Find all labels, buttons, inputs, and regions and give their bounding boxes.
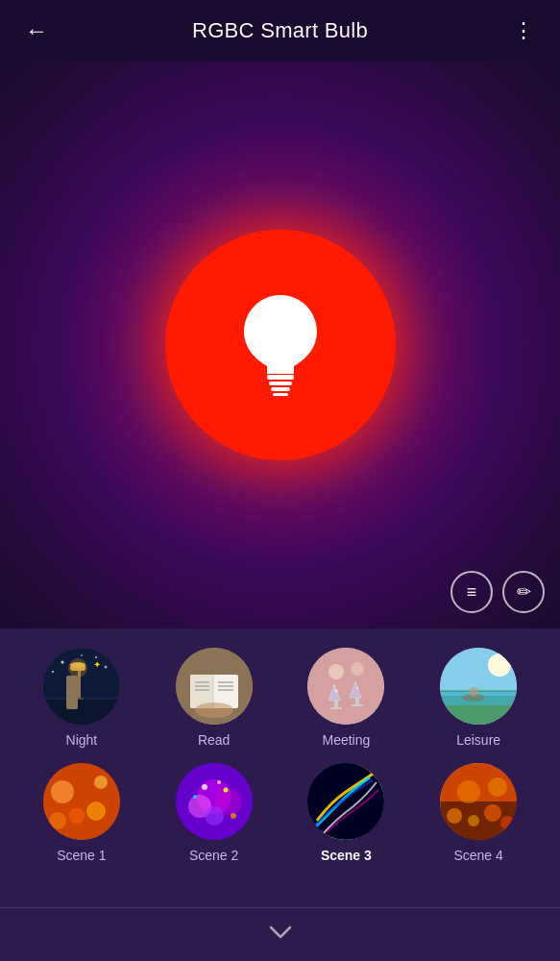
- svg-point-49: [94, 776, 108, 789]
- menu-button[interactable]: ⋮: [506, 13, 541, 48]
- svg-point-7: [104, 666, 107, 669]
- svg-point-57: [223, 788, 228, 793]
- svg-rect-3: [273, 393, 288, 396]
- scene-label-leisure: Leisure: [456, 732, 500, 748]
- svg-point-50: [49, 812, 66, 829]
- svg-point-47: [86, 801, 106, 821]
- svg-point-64: [447, 808, 462, 824]
- app-container: ← RGBC Smart Bulb ⋮ ≡ ✏: [0, 0, 560, 961]
- scene-label-scene2: Scene 2: [189, 848, 238, 863]
- svg-rect-10: [43, 698, 120, 725]
- scene-label-night: Night: [66, 732, 98, 748]
- svg-point-44: [469, 687, 478, 697]
- scene-item-read[interactable]: Read: [166, 648, 262, 748]
- svg-point-8: [52, 671, 54, 673]
- light-actions: ≡ ✏: [450, 571, 545, 613]
- svg-rect-31: [334, 701, 338, 708]
- scenes-row-1: Night: [15, 648, 545, 748]
- scene-label-scene4: Scene 4: [453, 848, 502, 863]
- scene-label-read: Read: [198, 732, 230, 748]
- scene-image-leisure: [440, 648, 517, 725]
- scene-label-scene3: Scene 3: [321, 848, 372, 863]
- chevron-down-button[interactable]: [266, 923, 295, 948]
- scene-image-meeting: [307, 648, 384, 725]
- svg-point-15: [68, 658, 87, 678]
- scene-item-leisure[interactable]: Leisure: [430, 648, 526, 748]
- scene-label-meeting: Meeting: [322, 732, 370, 748]
- svg-rect-0: [267, 375, 294, 380]
- svg-rect-1: [269, 382, 292, 385]
- scene-image-scene2: [176, 763, 253, 840]
- scene-item-night[interactable]: Night: [34, 648, 130, 748]
- svg-point-46: [51, 780, 74, 803]
- scenes-menu-button[interactable]: ≡: [450, 571, 493, 613]
- svg-point-48: [69, 808, 85, 824]
- svg-point-69: [488, 777, 507, 797]
- scene-item-scene2[interactable]: Scene 2: [166, 763, 262, 863]
- svg-point-66: [484, 804, 501, 822]
- scene-item-meeting[interactable]: Meeting: [298, 648, 394, 748]
- svg-point-67: [500, 816, 514, 829]
- svg-point-59: [231, 813, 236, 819]
- svg-point-58: [193, 795, 197, 799]
- header: ← RGBC Smart Bulb ⋮: [0, 0, 560, 62]
- svg-point-30: [351, 662, 364, 676]
- svg-rect-28: [307, 648, 384, 725]
- scene-image-read: [176, 648, 253, 725]
- svg-rect-2: [271, 387, 290, 391]
- edit-button[interactable]: ✏: [502, 571, 545, 613]
- svg-rect-32: [330, 707, 342, 709]
- scenes-row-2: Scene 1: [15, 763, 545, 863]
- scenes-area: Night: [0, 628, 560, 907]
- svg-point-60: [217, 780, 221, 784]
- svg-point-5: [61, 661, 63, 664]
- svg-rect-33: [355, 698, 359, 705]
- svg-rect-34: [352, 704, 363, 706]
- svg-point-16: [74, 698, 84, 700]
- svg-point-29: [329, 664, 344, 679]
- svg-point-27: [195, 702, 233, 718]
- svg-point-36: [356, 687, 358, 689]
- scene-label-scene1: Scene 1: [57, 848, 106, 863]
- svg-point-9: [81, 654, 83, 656]
- back-button[interactable]: ←: [19, 13, 54, 48]
- scene-item-scene4[interactable]: Scene 4: [430, 763, 526, 863]
- page-title: RGBC Smart Bulb: [192, 18, 368, 43]
- scenes-menu-icon: ≡: [467, 582, 477, 603]
- svg-point-55: [205, 806, 224, 825]
- scene-image-night: [43, 648, 120, 725]
- svg-point-35: [335, 690, 338, 693]
- edit-icon: ✏: [517, 581, 531, 603]
- light-area: ≡ ✏: [0, 62, 560, 628]
- scene-image-scene1: [43, 763, 120, 840]
- bulb-icon: [228, 287, 333, 403]
- svg-point-56: [202, 784, 207, 790]
- scene-image-scene4: [440, 763, 517, 840]
- svg-point-6: [95, 656, 97, 658]
- scene-image-scene3: [307, 763, 384, 840]
- light-circle[interactable]: [165, 230, 396, 460]
- svg-point-37: [333, 685, 335, 687]
- svg-point-68: [457, 780, 480, 803]
- scene-item-scene1[interactable]: Scene 1: [34, 763, 130, 863]
- scene-item-scene3[interactable]: Scene 3: [298, 763, 394, 863]
- svg-point-41: [488, 653, 511, 677]
- bottom-bar: [0, 907, 560, 961]
- svg-point-65: [468, 815, 479, 826]
